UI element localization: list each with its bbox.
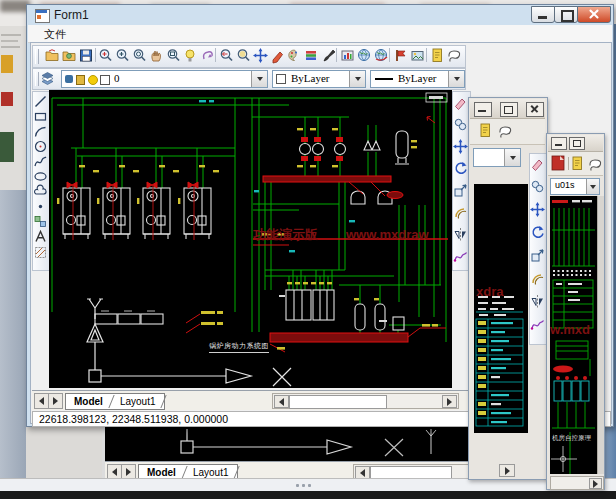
hatch-icon[interactable] — [36, 248, 46, 258]
new-entity-icon[interactable] — [481, 124, 490, 137]
mirror-icon[interactable] — [532, 295, 543, 308]
new-entity-icon[interactable] — [433, 49, 442, 62]
revision-cloud-icon[interactable] — [35, 185, 47, 194]
polyline-edit-icon[interactable] — [531, 321, 544, 330]
circle-icon[interactable] — [36, 142, 46, 152]
palette-icon[interactable] — [289, 50, 297, 61]
named-views-icon[interactable] — [396, 50, 405, 61]
mirror-icon[interactable] — [455, 228, 466, 241]
save-icon[interactable] — [81, 50, 92, 61]
copy-icon[interactable] — [532, 181, 542, 191]
maximize-button[interactable] — [554, 6, 578, 23]
erase-icon[interactable] — [533, 160, 543, 171]
close-button[interactable] — [526, 102, 544, 117]
minimize-button[interactable] — [531, 6, 555, 23]
layer-combo[interactable]: u01s — [550, 178, 600, 195]
web-publish-icon[interactable] — [359, 50, 370, 61]
scroll-right-button[interactable] — [589, 478, 602, 489]
erase-icon[interactable] — [456, 99, 466, 110]
image-attach-icon[interactable] — [412, 52, 423, 61]
brush-icon[interactable] — [324, 50, 335, 61]
text-icon[interactable] — [36, 232, 45, 242]
combo-dropdown-button[interactable] — [504, 149, 520, 166]
move-icon[interactable] — [453, 139, 468, 154]
zoom-in-icon[interactable] — [117, 50, 128, 61]
polyline-edit-icon[interactable] — [454, 253, 467, 262]
drawing-canvas-2[interactable]: xdra — [474, 184, 528, 433]
layer-on-off-icon[interactable] — [65, 75, 73, 83]
offset-icon[interactable] — [533, 275, 543, 285]
layer-lock-icon[interactable] — [76, 75, 85, 85]
browse-preview-icon[interactable] — [63, 52, 75, 61]
insert-object-icon[interactable] — [342, 51, 353, 60]
horizontal-scrollbar[interactable] — [550, 476, 604, 490]
tab-scroll-right-button[interactable] — [48, 393, 63, 409]
titlebar[interactable] — [548, 135, 603, 152]
color-combo[interactable]: ByLayer — [272, 70, 366, 88]
point-icon[interactable] — [39, 205, 42, 208]
vertical-scrollbar[interactable] — [597, 196, 604, 474]
open-drawing-icon[interactable] — [46, 50, 58, 61]
rotate-icon[interactable] — [456, 162, 466, 173]
tab-layout1[interactable]: Layout1 — [112, 396, 164, 407]
tab-model[interactable]: Model — [139, 467, 184, 478]
brightness-icon[interactable] — [186, 50, 194, 62]
toolbar-grip[interactable] — [35, 72, 39, 86]
scroll-right-button[interactable] — [499, 464, 515, 477]
titlebar[interactable]: Form1 — [27, 5, 611, 25]
pan-icon[interactable] — [152, 51, 161, 61]
rotate-icon[interactable] — [533, 226, 543, 237]
zoom-dynamic-icon[interactable] — [100, 50, 111, 61]
move-icon[interactable] — [530, 202, 545, 217]
block-insert-icon[interactable] — [35, 217, 46, 227]
zoom-extents-icon[interactable] — [134, 50, 145, 61]
color-combo-dropdown-button[interactable] — [349, 71, 365, 87]
layer-combo[interactable]: 0 — [61, 70, 268, 88]
linetype-combo[interactable]: ByLayer — [370, 70, 465, 88]
select-lasso-icon[interactable] — [500, 127, 511, 138]
maximize-button[interactable] — [569, 137, 585, 150]
new-entity-icon[interactable] — [573, 157, 582, 170]
sketch-pencil-icon[interactable] — [273, 52, 283, 63]
scale-icon[interactable] — [532, 250, 543, 261]
layer-stack-icon[interactable] — [40, 71, 56, 87]
scrollbar-thumb[interactable] — [289, 395, 387, 409]
zoom-window-icon[interactable] — [168, 50, 179, 61]
layer-combo-dropdown-button[interactable] — [251, 71, 267, 87]
layer-color-icon[interactable] — [88, 75, 98, 85]
select-lasso-icon[interactable] — [590, 160, 601, 171]
spline-icon[interactable] — [35, 157, 46, 166]
move-view-icon[interactable] — [253, 48, 268, 63]
zoom-previous-icon[interactable] — [221, 50, 232, 61]
menu-item-file[interactable]: 文件 — [36, 26, 74, 43]
horizontal-scrollbar[interactable] — [272, 393, 459, 409]
layer-combo[interactable] — [473, 148, 521, 167]
tab-scroll-left-button[interactable] — [34, 393, 49, 409]
ellipse-icon[interactable] — [35, 173, 46, 180]
zoom-search-icon[interactable] — [238, 50, 249, 61]
layer-plot-icon[interactable] — [100, 75, 110, 85]
combo-dropdown-button[interactable] — [586, 179, 599, 194]
scroll-left-button[interactable] — [274, 395, 289, 408]
offset-icon[interactable] — [456, 209, 466, 219]
main-drawing-canvas[interactable]: 功能演示版www.mxdraw 锅炉房动力系统图 — [49, 90, 452, 388]
linetype-combo-dropdown-button[interactable] — [448, 71, 464, 87]
regen-icon[interactable] — [204, 52, 213, 59]
red-document-icon[interactable] — [552, 156, 564, 170]
draw-order-icon[interactable] — [306, 51, 316, 60]
copy-icon[interactable] — [455, 119, 465, 129]
scale-icon[interactable] — [455, 185, 466, 196]
maximize-button[interactable] — [500, 102, 518, 117]
drawing-canvas-3[interactable]: w.mxd 机房自控原理 — [550, 196, 597, 474]
tab-layout1[interactable]: Layout1 — [185, 467, 237, 478]
line-icon[interactable] — [36, 97, 46, 107]
close-button[interactable] — [577, 6, 611, 23]
rectangle-icon[interactable] — [36, 114, 46, 121]
globe-transmit-icon[interactable] — [376, 50, 388, 61]
arc-icon[interactable] — [36, 127, 46, 136]
tab-model[interactable]: Model — [66, 396, 111, 407]
titlebar[interactable] — [470, 99, 545, 119]
select-lasso-icon[interactable] — [449, 51, 460, 62]
minimize-button[interactable] — [474, 102, 492, 117]
minimize-button[interactable] — [551, 137, 567, 150]
